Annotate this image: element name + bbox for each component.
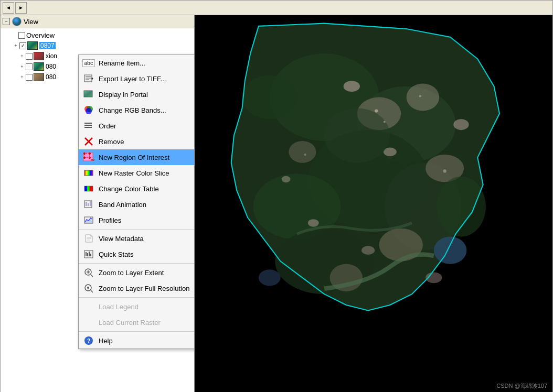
svg-point-66 bbox=[282, 176, 291, 183]
quick-stats-label: Quick Stats bbox=[99, 251, 195, 258]
svg-point-72 bbox=[324, 108, 390, 162]
order-label: Order bbox=[99, 122, 195, 130]
overview-label: Overview bbox=[26, 31, 55, 39]
svg-rect-37 bbox=[89, 252, 90, 256]
roi-icon: roi bbox=[83, 152, 94, 162]
order-icon bbox=[83, 121, 94, 131]
svg-point-77 bbox=[304, 154, 306, 156]
metadata-label: View Metadata bbox=[99, 235, 195, 243]
remove-icon bbox=[83, 136, 94, 147]
rename-icon: abc bbox=[83, 58, 94, 68]
expand-icon-0807: + bbox=[12, 42, 19, 49]
menu-item-help[interactable]: ? Help bbox=[79, 333, 195, 349]
globe-icon bbox=[12, 17, 22, 26]
svg-point-61 bbox=[344, 81, 360, 92]
load-legend-label: Load Legend bbox=[99, 303, 195, 311]
toolbar-back-button[interactable]: ◄ bbox=[3, 2, 14, 14]
view-collapse-button[interactable]: − bbox=[3, 18, 10, 25]
view-header: − View bbox=[1, 15, 194, 28]
context-menu: abc Rename Item... bbox=[78, 55, 195, 349]
menu-item-rgb[interactable]: Change RGB Bands... bbox=[79, 102, 195, 118]
layer-icon-080-3 bbox=[34, 73, 44, 81]
svg-rect-21 bbox=[84, 170, 93, 176]
menu-item-rename[interactable]: abc Rename Item... bbox=[79, 55, 195, 71]
svg-point-57 bbox=[289, 141, 316, 163]
svg-point-73 bbox=[375, 109, 378, 112]
svg-point-70 bbox=[242, 75, 297, 119]
satellite-map-svg bbox=[195, 15, 552, 392]
svg-rect-22 bbox=[84, 186, 87, 191]
menu-item-zoom-resolution[interactable]: Zoom to Layer Full Resolution bbox=[79, 280, 195, 296]
svg-point-56 bbox=[407, 83, 440, 111]
menu-item-order[interactable]: Order ▶ bbox=[79, 118, 195, 134]
zoom-resolution-label: Zoom to Layer Full Resolution bbox=[99, 285, 195, 292]
tree-item-0807[interactable]: + 0807 bbox=[3, 40, 192, 51]
color-table-label: Change Color Table bbox=[99, 185, 195, 193]
menu-item-new-roi[interactable]: roi New Region Of Interest bbox=[79, 149, 195, 165]
menu-item-remove[interactable]: Remove bbox=[79, 134, 195, 149]
tree-item-overview[interactable]: Overview bbox=[3, 30, 192, 40]
checkbox-xion[interactable] bbox=[26, 53, 33, 60]
svg-point-8 bbox=[86, 108, 92, 114]
watermark: CSDN @海绵波107 bbox=[496, 382, 547, 390]
layer-icon-xion bbox=[34, 52, 44, 60]
checkbox-080-2[interactable] bbox=[26, 63, 33, 70]
svg-rect-11 bbox=[84, 127, 92, 128]
checkbox-080-3[interactable] bbox=[26, 74, 33, 81]
menu-item-display-portal[interactable]: Display in Portal bbox=[79, 86, 195, 102]
svg-rect-23 bbox=[87, 186, 90, 191]
menu-item-profiles[interactable]: Profiles ▶ bbox=[79, 212, 195, 228]
color-table-icon bbox=[83, 183, 94, 194]
load-legend-icon bbox=[83, 301, 94, 312]
layer-icon-0807 bbox=[27, 41, 38, 50]
svg-point-63 bbox=[308, 219, 319, 227]
remove-label: Remove bbox=[99, 138, 195, 146]
svg-rect-36 bbox=[87, 253, 88, 256]
menu-item-zoom-extent[interactable]: Zoom to Layer Extent bbox=[79, 265, 195, 280]
menu-item-color-table[interactable]: Change Color Table ▶ bbox=[79, 181, 195, 197]
zoom-resolution-icon bbox=[83, 283, 94, 293]
svg-point-68 bbox=[434, 237, 467, 264]
export-label: Export Layer to TIFF... bbox=[99, 75, 195, 83]
map-image: CSDN @海绵波107 bbox=[195, 15, 552, 392]
display-portal-label: Display in Portal bbox=[99, 91, 195, 99]
layer-label-080-3: 080 bbox=[46, 73, 56, 81]
svg-point-18 bbox=[83, 157, 86, 159]
toolbar: ◄ ► bbox=[1, 1, 552, 15]
svg-point-17 bbox=[89, 153, 91, 155]
rgb-icon bbox=[83, 105, 94, 115]
layer-label-0807: 0807 bbox=[39, 42, 56, 49]
menu-item-metadata[interactable]: View Metadata bbox=[79, 231, 195, 246]
profiles-label: Profiles bbox=[99, 216, 195, 224]
menu-item-export[interactable]: Export Layer to TIFF... bbox=[79, 71, 195, 86]
metadata-icon bbox=[83, 233, 94, 244]
menu-item-color-slice[interactable]: New Raster Color Slice bbox=[79, 165, 195, 181]
toolbar-forward-button[interactable]: ► bbox=[15, 2, 27, 14]
svg-rect-27 bbox=[88, 203, 89, 206]
svg-rect-28 bbox=[90, 201, 91, 206]
svg-point-69 bbox=[259, 269, 281, 286]
svg-rect-3 bbox=[86, 79, 89, 80]
svg-point-71 bbox=[437, 177, 486, 237]
zoom-extent-icon bbox=[83, 267, 94, 278]
quick-stats-icon bbox=[83, 249, 94, 259]
svg-rect-38 bbox=[90, 254, 91, 256]
svg-rect-2 bbox=[86, 78, 91, 79]
band-animation-label: Band Animation bbox=[99, 201, 195, 209]
export-icon bbox=[83, 73, 94, 84]
expand-icon-080-2: + bbox=[18, 63, 26, 70]
new-roi-label: New Region Of Interest bbox=[99, 154, 195, 161]
menu-separator-2 bbox=[79, 263, 195, 264]
svg-rect-26 bbox=[86, 202, 87, 206]
svg-line-44 bbox=[91, 290, 93, 292]
svg-point-65 bbox=[361, 246, 375, 255]
checkbox-0807[interactable] bbox=[19, 42, 26, 49]
svg-point-64 bbox=[453, 119, 469, 130]
menu-separator-3 bbox=[79, 297, 195, 298]
menu-item-load-raster: Load Current Raster bbox=[79, 314, 195, 330]
overview-checkbox[interactable] bbox=[18, 32, 25, 39]
svg-point-16 bbox=[83, 153, 86, 155]
menu-item-quick-stats[interactable]: Quick Stats bbox=[79, 246, 195, 262]
menu-separator-4 bbox=[79, 331, 195, 332]
menu-item-band-animation[interactable]: Band Animation bbox=[79, 197, 195, 212]
